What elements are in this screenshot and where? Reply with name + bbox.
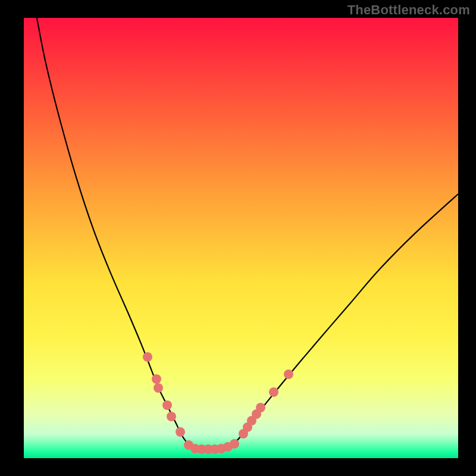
data-marker — [230, 439, 239, 449]
data-marker — [269, 387, 278, 397]
watermark-text: TheBottleneck.com — [347, 2, 470, 18]
data-marker — [143, 352, 152, 362]
data-marker — [167, 412, 176, 421]
data-marker — [154, 383, 163, 393]
data-marker — [176, 427, 185, 437]
data-marker — [256, 403, 265, 412]
plot-area — [24, 18, 458, 458]
data-marker — [284, 369, 293, 379]
background-gradient — [24, 18, 458, 458]
chart-frame: TheBottleneck.com — [0, 0, 476, 476]
data-marker — [162, 400, 172, 410]
data-marker — [152, 374, 161, 384]
svg-rect-0 — [24, 18, 458, 458]
